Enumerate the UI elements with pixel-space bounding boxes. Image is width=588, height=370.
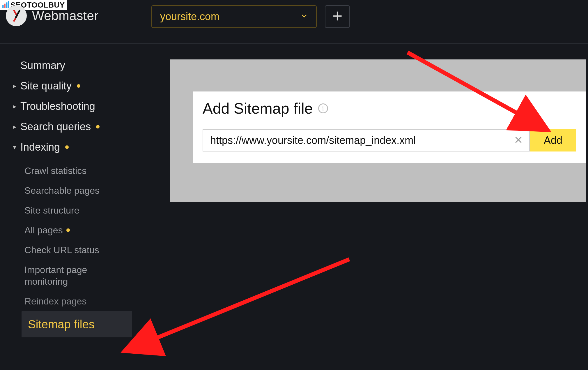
clear-input-icon[interactable] xyxy=(512,134,525,147)
panel-title: Add Sitemap file xyxy=(203,100,313,117)
status-dot-icon xyxy=(65,145,69,149)
sidebar-subitem-label: Important page monitoring xyxy=(24,264,132,287)
sidebar-subitem-check-url-status[interactable]: Check URL status xyxy=(22,240,132,260)
brand-name: Webmaster xyxy=(32,8,99,23)
add-site-button[interactable] xyxy=(325,5,350,28)
svg-line-5 xyxy=(128,259,349,350)
status-dot-icon xyxy=(96,125,100,128)
sidebar-item-summary[interactable]: ▸ Summary xyxy=(12,55,148,76)
sidebar-sublist-indexing: Crawl statistics Searchable pages Site s… xyxy=(22,161,148,337)
sitemap-url-input-wrap xyxy=(203,129,530,151)
sidebar-subitem-label: Reindex pages xyxy=(24,295,86,307)
brand: Webmaster xyxy=(6,5,99,26)
sidebar-item-label: Search queries xyxy=(20,121,91,133)
app-header: Webmaster yoursite.com xyxy=(0,0,588,44)
sidebar-subitem-label: Searchable pages xyxy=(24,185,100,196)
sidebar-item-search-queries[interactable]: ▸ Search queries xyxy=(12,117,148,137)
sidebar-subitem-label: All pages xyxy=(24,224,63,236)
sidebar-subitem-site-structure[interactable]: Site structure xyxy=(22,200,132,220)
add-button-label: Add xyxy=(544,134,562,147)
annotation-arrow-sitemap-files xyxy=(116,253,358,361)
add-sitemap-card: Add Sitemap file i Add xyxy=(193,91,586,163)
caret-down-icon: ▾ xyxy=(12,143,17,151)
site-selector-label: yoursite.com xyxy=(160,10,300,23)
sidebar-subitem-label: Sitemap files xyxy=(28,317,95,332)
sidebar-subitem-label: Site structure xyxy=(24,205,79,216)
sitemap-url-input[interactable] xyxy=(210,134,512,147)
sidebar-subitem-important-page-monitoring[interactable]: Important page monitoring xyxy=(22,260,132,291)
sitemap-input-row: Add xyxy=(203,129,576,151)
main-panel-frame: Add Sitemap file i Add xyxy=(170,59,586,202)
sidebar-item-label: Summary xyxy=(20,59,65,72)
status-dot-icon xyxy=(66,228,70,232)
caret-right-icon: ▸ xyxy=(12,123,17,131)
status-dot-icon xyxy=(77,84,80,88)
panel-title-row: Add Sitemap file i xyxy=(203,100,576,117)
caret-right-icon: ▸ xyxy=(12,102,17,110)
brand-logo-icon xyxy=(6,5,27,26)
sidebar-subitem-sitemap-files[interactable]: Sitemap files xyxy=(22,311,132,337)
caret-right-icon: ▸ xyxy=(12,82,17,90)
sidebar-item-label: Troubleshooting xyxy=(20,100,95,112)
site-selector[interactable]: yoursite.com xyxy=(151,5,317,28)
sidebar-subitem-searchable-pages[interactable]: Searchable pages xyxy=(22,181,132,200)
chevron-down-icon xyxy=(300,12,308,21)
plus-icon xyxy=(332,10,343,23)
sidebar-subitem-crawl-statistics[interactable]: Crawl statistics xyxy=(22,161,132,181)
sidebar-item-indexing[interactable]: ▾ Indexing xyxy=(12,137,148,157)
info-icon[interactable]: i xyxy=(318,103,328,113)
sidebar-item-troubleshooting[interactable]: ▸ Troubleshooting xyxy=(12,96,148,117)
sidebar-item-label: Indexing xyxy=(20,141,60,153)
sidebar-subitem-label: Crawl statistics xyxy=(24,165,86,177)
sidebar-subitem-all-pages[interactable]: All pages xyxy=(22,220,132,240)
sidebar-item-site-quality[interactable]: ▸ Site quality xyxy=(12,76,148,96)
add-button[interactable]: Add xyxy=(530,129,576,151)
sidebar-subitem-reindex-pages[interactable]: Reindex pages xyxy=(22,291,132,311)
sidebar-subitem-label: Check URL status xyxy=(24,244,99,256)
sidebar-nav: ▸ Summary ▸ Site quality ▸ Troubleshooti… xyxy=(12,55,148,337)
sidebar-item-label: Site quality xyxy=(20,80,72,92)
